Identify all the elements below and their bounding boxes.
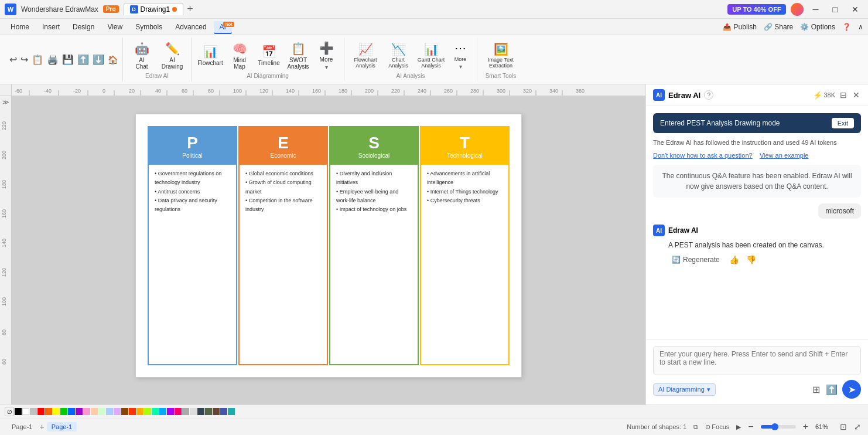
menu-insert[interactable]: Insert [36,21,66,33]
ai-mode-select[interactable]: AI Diagramming ▾ [653,383,716,396]
layer-button[interactable]: ⧉ [693,423,698,431]
color-swatch-green[interactable] [60,408,67,415]
print-button[interactable]: 🖨️ [46,53,60,66]
export-button[interactable]: ⬆️ [76,53,90,66]
color-swatch-blue[interactable] [68,408,75,415]
zoom-slider-handle[interactable] [771,423,778,430]
bottom-bar: ∅ Page-1 + Page-1 [0,405,868,435]
color-swatch-hotpink[interactable] [175,408,182,415]
color-swatch-purple[interactable] [76,408,83,415]
home-icon-button[interactable]: 🏠 [107,54,119,66]
color-swatch-violet[interactable] [167,408,174,415]
flowchart-btn[interactable]: 📊 Flowchart [196,40,224,71]
menu-view[interactable]: View [101,21,128,33]
promo-badge[interactable]: UP TO 40% OFF [727,4,785,15]
color-swatch-teal[interactable] [152,408,159,415]
flowchart-analysis-btn[interactable]: 📈 FlowchartAnalysis [349,40,382,71]
ai-table-button[interactable]: ⊞ [811,383,821,396]
share-button[interactable]: 🔗 Share [764,23,793,31]
close-button[interactable]: ✕ [847,4,863,15]
swot-btn[interactable]: 📋 SWOTAnalysis [284,40,312,71]
color-swatch-white[interactable] [22,408,29,415]
menu-symbols[interactable]: Symbols [129,21,168,33]
fullscreen-button[interactable]: ⤢ [854,422,861,431]
color-swatch-darkblue[interactable] [197,408,204,415]
redo-button[interactable]: ↪ [19,53,29,66]
add-tab-button[interactable]: + [184,3,196,15]
menu-home[interactable]: Home [5,21,35,33]
clipboard-button[interactable]: 📋 [30,53,45,66]
no-fill-swatch[interactable]: ∅ [5,407,14,416]
exit-button[interactable]: Exit [832,118,854,128]
color-swatch-lightblue[interactable] [106,408,113,415]
color-swatch-red[interactable] [37,408,45,415]
color-swatch-mahogany[interactable] [213,408,220,415]
zoom-out-button[interactable]: − [748,422,753,432]
thumbs-up-button[interactable]: 👍 [728,254,740,266]
color-swatch-crimson[interactable] [129,408,136,415]
focus-button[interactable]: ⊙ Focus [705,423,729,431]
color-swatch-lightgreen[interactable] [98,408,105,415]
image-text-extraction-btn[interactable]: 🖼️ Image TextExtraction [482,40,520,71]
ai-chat-btn[interactable]: 🤖 AIChat [128,40,156,71]
color-swatch-brown[interactable] [121,408,128,415]
collapse-panel-button[interactable]: ≫ [1,97,11,107]
color-swatch-pink[interactable] [83,408,90,415]
color-swatch-lavender[interactable] [114,408,121,415]
color-swatch-lightgray[interactable] [190,408,197,415]
ai-chat-area[interactable]: Entered PEST Analysis Drawing mode Exit … [646,106,868,339]
more-analysis-btn[interactable]: ⋯ More ▾ [449,40,472,71]
add-page-button[interactable]: + [39,422,44,431]
page-canvas[interactable]: P Political • Government regulations on … [135,114,522,378]
ai-export-button[interactable]: ⬆️ [825,383,839,396]
color-swatch-amber[interactable] [136,408,143,415]
chart-analysis-btn[interactable]: 📉 ChartAnalysis [383,40,414,71]
drawing-tab[interactable]: D Drawing1 [124,3,184,15]
view-example-link[interactable]: View an example [760,152,809,159]
color-swatch-cyan[interactable] [228,408,235,415]
publish-button[interactable]: 📤 Publish [723,23,757,31]
zoom-slider[interactable] [761,425,796,429]
color-swatch-indigo[interactable] [220,408,227,415]
mindmap-btn[interactable]: 🧠 MindMap [225,40,254,71]
collapse-ribbon-button[interactable]: ∧ [858,23,863,31]
canvas-area[interactable]: P Political • Government regulations on … [12,96,645,405]
active-page-tab[interactable]: Page-1 [47,422,77,431]
save-button[interactable]: 💾 [61,53,75,66]
fit-page-button[interactable]: ⊡ [840,422,847,431]
color-swatch-orange[interactable] [45,408,52,415]
color-swatch-medgray[interactable] [182,408,189,415]
color-swatch-skyblue[interactable] [159,408,166,415]
ai-drawing-btn[interactable]: ✏️ AIDrawing [158,40,186,71]
qa-question-link[interactable]: Don't know how to ask a question? [653,152,753,159]
play-button[interactable]: ▶ [736,423,741,431]
ai-panel-expand-button[interactable]: ⊟ [839,89,848,101]
help-button[interactable]: ❓ [842,23,851,31]
ai-input-area[interactable] [653,346,861,375]
menu-design[interactable]: Design [67,21,100,33]
color-swatch-lime[interactable] [144,408,151,415]
maximize-button[interactable]: □ [828,4,842,15]
timeline-btn[interactable]: 📅 Timeline [255,40,283,71]
user-avatar[interactable] [791,3,804,16]
color-swatch-gray[interactable] [30,408,37,415]
page-1-tab[interactable]: Page-1 [7,422,37,431]
ai-send-button[interactable]: ➤ [842,380,861,399]
undo-button[interactable]: ↩ [8,53,18,66]
gantt-analysis-btn[interactable]: 📊 Gantt ChartAnalysis [415,40,447,71]
ai-panel-close-button[interactable]: ✕ [852,89,861,101]
color-swatch-black[interactable] [15,408,22,415]
ai-query-input[interactable] [659,350,855,371]
menu-advanced[interactable]: Advanced [169,21,212,33]
color-swatch-yellow[interactable] [53,408,60,415]
minimize-button[interactable]: ─ [808,4,823,15]
more-diagramming-btn[interactable]: ➕ More ▾ [313,40,339,71]
regenerate-button[interactable]: 🔄 Regenerate [668,254,723,266]
ai-help-button[interactable]: ? [704,90,713,100]
color-swatch-olive[interactable] [205,408,212,415]
color-swatch-peach[interactable] [91,408,98,415]
import-button[interactable]: ⬇️ [91,53,105,66]
thumbs-down-button[interactable]: 👎 [745,254,757,266]
zoom-in-button[interactable]: + [803,422,808,432]
options-button[interactable]: ⚙️ Options [800,23,835,31]
